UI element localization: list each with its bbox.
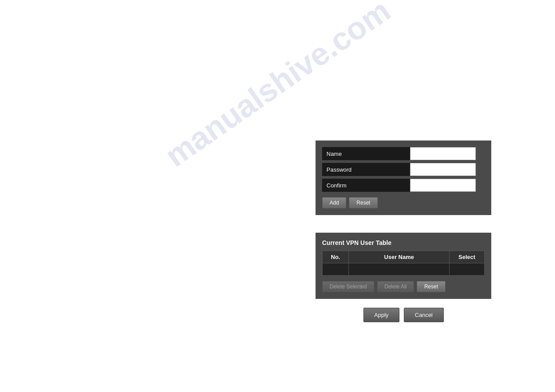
apply-button[interactable]: Apply	[363, 308, 400, 322]
add-user-panel: Name Password Confirm Add Reset	[316, 140, 491, 215]
table-header-row: No. User Name Select	[323, 251, 485, 263]
cell-no	[323, 263, 349, 276]
vpn-table-panel: Current VPN User Table No. User Name Sel…	[316, 233, 491, 299]
password-input[interactable]	[410, 163, 476, 176]
table-button-row: Delete Selected Delete All Reset	[322, 281, 485, 292]
confirm-input[interactable]	[410, 179, 476, 192]
name-row: Name	[322, 147, 485, 160]
name-input[interactable]	[410, 147, 476, 160]
cell-select	[450, 263, 485, 276]
table-row	[323, 263, 485, 276]
form-button-row: Add Reset	[322, 197, 485, 209]
cancel-button[interactable]: Cancel	[404, 308, 443, 322]
apply-row: Apply Cancel	[316, 308, 491, 322]
table-body	[323, 263, 485, 276]
confirm-label: Confirm	[322, 179, 410, 192]
delete-all-button[interactable]: Delete All	[377, 281, 414, 292]
cell-username	[349, 263, 450, 276]
delete-selected-button[interactable]: Delete Selected	[322, 281, 374, 292]
col-header-no: No.	[323, 251, 349, 263]
add-button[interactable]: Add	[322, 197, 346, 209]
page-content: Name Password Confirm Add Reset Current …	[316, 140, 491, 322]
table-reset-button[interactable]: Reset	[417, 281, 445, 292]
col-header-select: Select	[450, 251, 485, 263]
confirm-row: Confirm	[322, 179, 485, 192]
password-row: Password	[322, 163, 485, 176]
col-header-username: User Name	[349, 251, 450, 263]
password-label: Password	[322, 163, 410, 176]
vpn-table-title: Current VPN User Table	[322, 239, 485, 246]
name-label: Name	[322, 147, 410, 160]
form-reset-button[interactable]: Reset	[349, 197, 377, 209]
vpn-user-table: No. User Name Select	[322, 251, 485, 276]
